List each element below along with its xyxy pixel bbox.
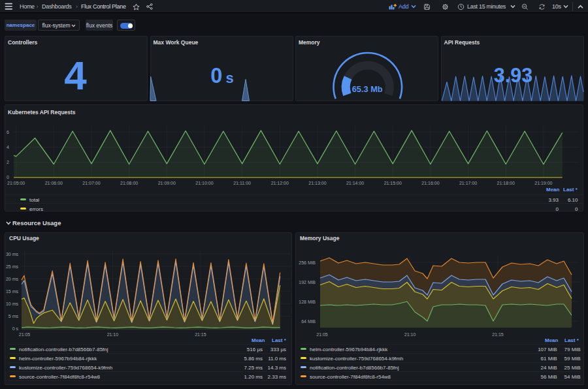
- svg-text:21:15: 21:15: [492, 332, 504, 337]
- svg-text:4: 4: [7, 145, 9, 149]
- svg-text:4: 4: [64, 53, 87, 98]
- svg-text:21:11:00: 21:11:00: [233, 181, 251, 185]
- svg-text:64 MiB: 64 MiB: [301, 319, 316, 324]
- svg-text:5 ms: 5 ms: [8, 314, 19, 319]
- svg-text:21:08:00: 21:08:00: [120, 181, 138, 185]
- svg-text:6: 6: [7, 130, 9, 134]
- svg-text:21:10: 21:10: [404, 332, 416, 337]
- svg-text:21:15:00: 21:15:00: [384, 181, 402, 185]
- svg-text:0s: 0s: [210, 64, 233, 87]
- svg-text:21:10: 21:10: [107, 332, 119, 337]
- svg-text:21:17:00: 21:17:00: [459, 181, 477, 185]
- svg-text:21:16:00: 21:16:00: [421, 181, 439, 185]
- svg-text:21:06:00: 21:06:00: [45, 181, 63, 185]
- svg-text:21:14:00: 21:14:00: [346, 181, 364, 185]
- svg-text:21:10:00: 21:10:00: [195, 181, 213, 185]
- svg-text:21:13:00: 21:13:00: [308, 181, 326, 185]
- svg-text:10 ms: 10 ms: [6, 302, 19, 306]
- svg-text:0: 0: [7, 175, 9, 179]
- svg-text:21:05:00: 21:05:00: [7, 181, 25, 185]
- svg-text:0 s: 0 s: [12, 326, 19, 331]
- svg-text:25 ms: 25 ms: [6, 264, 19, 269]
- svg-text:21:19:00: 21:19:00: [534, 181, 552, 185]
- svg-text:21:09:00: 21:09:00: [158, 181, 176, 185]
- svg-text:20 ms: 20 ms: [6, 277, 19, 281]
- svg-text:15 ms: 15 ms: [6, 289, 19, 294]
- svg-text:21:07:00: 21:07:00: [82, 181, 100, 185]
- svg-text:30 ms: 30 ms: [6, 252, 19, 257]
- svg-text:21:12:00: 21:12:00: [271, 181, 289, 185]
- svg-text:2: 2: [7, 160, 9, 164]
- svg-text:256 MiB: 256 MiB: [299, 260, 316, 265]
- svg-text:3.93: 3.93: [494, 64, 532, 86]
- svg-text:21:15: 21:15: [195, 332, 206, 337]
- svg-text:21:18:00: 21:18:00: [497, 181, 515, 185]
- svg-text:21:05: 21:05: [19, 332, 31, 337]
- svg-text:192 MiB: 192 MiB: [299, 280, 316, 285]
- svg-text:65.3 Mb: 65.3 Mb: [352, 84, 383, 94]
- svg-text:128 MiB: 128 MiB: [299, 300, 316, 304]
- svg-text:21:05: 21:05: [316, 332, 328, 337]
